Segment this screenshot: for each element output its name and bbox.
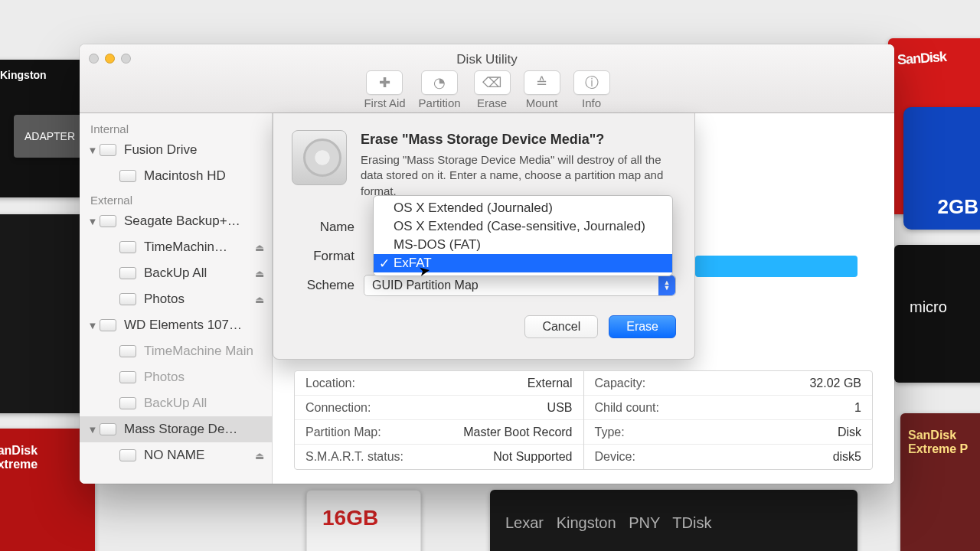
sheet-title: Erase "Mass Storage Device Media"? — [361, 132, 676, 148]
volume-icon — [119, 371, 136, 383]
sidebar-section-internal: Internal — [80, 118, 272, 137]
scheme-label: Scheme — [292, 278, 354, 293]
eject-icon[interactable]: ⏏ — [255, 294, 267, 305]
device-label: Device: — [595, 450, 635, 464]
disk-icon — [100, 144, 116, 156]
chevron-down-icon[interactable]: ▼ — [86, 216, 100, 227]
volume-icon — [119, 293, 136, 305]
format-option-osx-case-journaled[interactable]: OS X Extended (Case-sensitive, Journaled… — [374, 217, 672, 236]
disk-details: Location:External Connection:USB Partiti… — [294, 370, 873, 470]
chevron-updown-icon: ▲▼ — [658, 276, 675, 295]
erase-sheet: Erase "Mass Storage Device Media"? Erasi… — [273, 113, 695, 360]
volume-icon — [119, 397, 136, 409]
erase-confirm-button[interactable]: Erase — [609, 315, 676, 338]
hard-drive-icon — [292, 130, 347, 185]
name-label: Name — [292, 220, 354, 235]
sidebar-item-wd-backupall[interactable]: BackUp All — [80, 390, 272, 416]
info-icon: ⓘ — [573, 70, 610, 95]
chevron-down-icon[interactable]: ▼ — [86, 424, 100, 435]
volume-icon — [119, 170, 136, 182]
sidebar-item-macintosh-hd[interactable]: Macintosh HD — [80, 163, 272, 189]
pie-icon: ◔ — [421, 70, 458, 95]
first-aid-button[interactable]: ✚First Aid — [364, 70, 405, 109]
volume-icon — [119, 241, 136, 253]
sidebar-item-seagate[interactable]: ▼Seagate Backup+… — [80, 208, 272, 234]
sidebar-item-mass-storage[interactable]: ▼Mass Storage De… — [80, 416, 272, 442]
device-value: disk5 — [833, 450, 861, 464]
partition-map-value: Master Boot Record — [463, 425, 572, 439]
partition-button[interactable]: ◔Partition — [419, 70, 461, 109]
sidebar-item-wd-timemachine[interactable]: TimeMachine Main — [80, 338, 272, 364]
scheme-value: GUID Partition Map — [372, 279, 479, 292]
sidebar-item-photos[interactable]: Photos⏏ — [80, 286, 272, 312]
sidebar-item-backup-all[interactable]: BackUp All⏏ — [80, 260, 272, 286]
window-title: Disk Utility — [80, 52, 894, 67]
smart-label: S.M.A.R.T. status: — [305, 450, 403, 464]
eject-icon[interactable]: ⏏ — [255, 242, 267, 253]
sidebar-item-wd[interactable]: ▼WD Elements 107… — [80, 312, 272, 338]
info-button[interactable]: ⓘInfo — [573, 70, 610, 109]
cancel-button[interactable]: Cancel — [524, 315, 598, 338]
erase-button[interactable]: ⌫Erase — [474, 70, 511, 109]
type-value: Disk — [838, 425, 861, 439]
partition-map-label: Partition Map: — [305, 425, 381, 439]
eject-icon[interactable]: ⏏ — [255, 450, 267, 461]
selection-highlight — [695, 256, 858, 277]
smart-value: Not Supported — [493, 450, 572, 464]
eject-icon[interactable]: ⏏ — [255, 268, 267, 279]
chevron-down-icon[interactable]: ▼ — [86, 320, 100, 331]
childcount-value: 1 — [854, 401, 861, 415]
disk-icon — [100, 215, 116, 227]
type-label: Type: — [595, 425, 625, 439]
connection-label: Connection: — [305, 401, 371, 415]
sidebar-item-timemachine[interactable]: TimeMachin…⏏ — [80, 234, 272, 260]
location-value: External — [528, 377, 573, 390]
erase-icon: ⌫ — [474, 70, 511, 95]
toolbar: ✚First Aid ◔Partition ⌫Erase ≙Mount ⓘInf… — [80, 70, 894, 109]
format-option-osx-journaled[interactable]: OS X Extended (Journaled) — [374, 199, 672, 217]
scheme-select[interactable]: GUID Partition Map ▲▼ — [364, 275, 676, 296]
volume-icon — [119, 449, 136, 461]
childcount-label: Child count: — [595, 401, 660, 415]
volume-icon — [119, 345, 136, 357]
disk-utility-window: Disk Utility ✚First Aid ◔Partition ⌫Eras… — [80, 44, 894, 484]
volume-icon — [119, 267, 136, 279]
sidebar-item-no-name[interactable]: NO NAME⏏ — [80, 442, 272, 468]
mount-button[interactable]: ≙Mount — [524, 70, 560, 109]
sidebar-item-fusion-drive[interactable]: ▼Fusion Drive — [80, 137, 272, 163]
format-option-msdos-fat[interactable]: MS-DOS (FAT) — [374, 236, 672, 254]
stethoscope-icon: ✚ — [366, 70, 403, 95]
chevron-down-icon[interactable]: ▼ — [86, 145, 100, 156]
sheet-message: Erasing "Mass Storage Device Media" will… — [361, 152, 676, 199]
format-label: Format — [292, 249, 354, 264]
sidebar: Internal ▼Fusion Drive Macintosh HD Exte… — [80, 113, 273, 484]
capacity-value: 32.02 GB — [809, 377, 861, 390]
capacity-label: Capacity: — [595, 377, 646, 390]
mount-icon: ≙ — [524, 70, 560, 95]
connection-value: USB — [547, 401, 573, 415]
disk-icon — [100, 423, 116, 435]
titlebar: Disk Utility ✚First Aid ◔Partition ⌫Eras… — [80, 44, 894, 113]
location-label: Location: — [305, 377, 355, 390]
main-content: Erase "Mass Storage Device Media"? Erasi… — [273, 113, 894, 484]
sidebar-item-wd-photos[interactable]: Photos — [80, 364, 272, 390]
sidebar-section-external: External — [80, 189, 272, 208]
disk-icon — [100, 319, 116, 331]
